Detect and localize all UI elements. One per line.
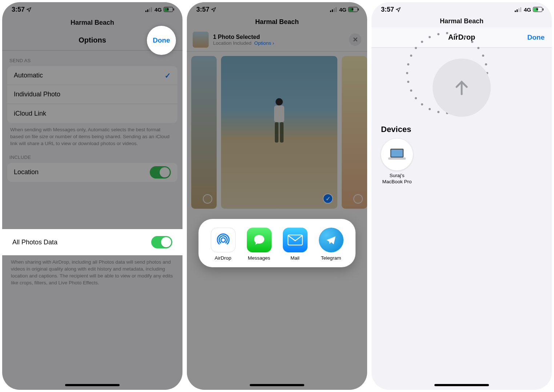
send-as-footer-note: When sending with Messages only, Automat… — [2, 123, 182, 147]
svg-point-18 — [221, 238, 225, 242]
mail-app[interactable]: Mail — [283, 228, 308, 261]
airdrop-title: AirDrop — [448, 33, 475, 41]
status-time: 3:57 — [381, 6, 394, 13]
location-arrow-icon — [211, 7, 216, 12]
photo-thumb[interactable] — [342, 56, 367, 209]
location-toggle[interactable] — [150, 166, 171, 179]
network-label: 4G — [524, 7, 531, 13]
sheet-title: Options — [79, 36, 106, 44]
svg-rect-35 — [515, 11, 516, 12]
close-icon: ✕ — [353, 36, 358, 44]
screenshot-2-share-sheet: 3:57 4G Harmal Beach 1 Photo Selected Lo… — [187, 2, 367, 390]
network-label: 4G — [154, 7, 162, 13]
airdrop-header: AirDrop Done — [372, 27, 552, 48]
status-time: 3:57 — [196, 6, 209, 13]
selected-thumbnail — [193, 32, 209, 48]
location-arrow-icon — [26, 7, 32, 12]
battery-icon — [164, 7, 174, 12]
arrow-up-icon — [450, 76, 473, 99]
airdrop-upload-circle — [433, 59, 491, 117]
macbook-icon — [388, 148, 406, 161]
svg-rect-15 — [274, 105, 284, 122]
selection-check-icon[interactable]: ✓ — [323, 193, 333, 204]
battery-icon — [533, 7, 544, 12]
album-title: Harmal Beach — [187, 17, 367, 28]
svg-rect-38 — [520, 7, 521, 12]
photo-thumb[interactable] — [191, 56, 217, 209]
airdrop-app[interactable]: AirDrop — [211, 228, 236, 261]
telegram-icon — [319, 228, 344, 252]
close-button[interactable]: ✕ — [349, 33, 361, 46]
network-label: 4G — [339, 7, 346, 13]
airdrop-icon — [211, 228, 236, 252]
svg-rect-37 — [518, 8, 519, 12]
device-name: Suraj's MacBook Pro — [382, 173, 412, 185]
messages-icon — [247, 228, 272, 252]
photo-thumb-selected[interactable]: ✓ — [221, 56, 337, 209]
photo-strip[interactable]: ✓ — [187, 52, 367, 213]
svg-rect-6 — [173, 8, 174, 11]
battery-icon — [348, 7, 359, 12]
include-list: Location — [7, 163, 177, 182]
svg-rect-2 — [149, 8, 150, 12]
screenshot-1-options-sheet: 3:57 4G Harmal Beach Options Done S — [2, 2, 182, 390]
all-photos-footer-note: When sharing with AirDrop, including all… — [2, 257, 182, 287]
signal-icon — [515, 7, 522, 12]
svg-rect-43 — [391, 149, 403, 157]
svg-rect-1 — [147, 9, 148, 12]
album-title: Harmal Beach — [372, 17, 552, 27]
include-group-label: INCLUDE — [2, 147, 182, 163]
send-as-individual[interactable]: Individual Photo — [7, 85, 177, 104]
share-header: 1 Photo Selected Location Included Optio… — [187, 28, 367, 52]
svg-rect-16 — [275, 122, 278, 143]
svg-rect-44 — [388, 157, 406, 160]
selection-circle-empty[interactable] — [203, 194, 212, 204]
status-bar: 3:57 4G — [187, 2, 367, 17]
selection-circle-empty[interactable] — [353, 194, 363, 204]
svg-rect-7 — [330, 11, 331, 12]
svg-rect-41 — [543, 8, 543, 11]
home-indicator[interactable] — [65, 384, 120, 386]
send-as-icloud-link[interactable]: iCloud Link — [7, 104, 177, 123]
done-button[interactable]: Done — [147, 26, 176, 55]
signal-icon — [145, 7, 153, 12]
home-indicator[interactable] — [250, 384, 304, 386]
home-indicator[interactable] — [434, 384, 489, 386]
done-button[interactable]: Done — [527, 33, 545, 41]
telegram-app[interactable]: Telegram — [319, 228, 344, 261]
all-photos-data-toggle[interactable] — [151, 236, 172, 248]
chevron-right-icon: › — [273, 40, 274, 46]
svg-rect-13 — [358, 8, 359, 11]
options-link[interactable]: Options › — [254, 40, 274, 46]
share-apps-row: AirDrop Messages Mail Telegram — [198, 219, 356, 267]
screenshot-3-airdrop-sheet: 3:57 4G Harmal Beach AirDrop Done — [372, 2, 552, 390]
svg-rect-17 — [280, 122, 284, 143]
device-avatar — [381, 139, 413, 171]
svg-rect-8 — [332, 9, 333, 12]
airdrop-device[interactable]: Suraj's MacBook Pro — [381, 139, 413, 185]
checkmark-icon: ✓ — [165, 71, 171, 80]
location-arrow-icon — [396, 7, 401, 12]
signal-icon — [330, 7, 337, 12]
airdrop-hero — [372, 48, 552, 123]
mail-icon — [283, 228, 308, 252]
status-bar: 3:57 4G — [372, 2, 552, 17]
include-location-row[interactable]: Location — [7, 163, 177, 182]
status-bar: 3:57 4G — [2, 2, 182, 17]
send-as-automatic[interactable]: Automatic ✓ — [7, 66, 177, 85]
status-time: 3:57 — [12, 6, 25, 13]
send-as-list: Automatic ✓ Individual Photo iCloud Link — [7, 66, 177, 123]
svg-rect-0 — [145, 11, 146, 12]
svg-point-14 — [276, 98, 283, 105]
svg-rect-3 — [151, 7, 152, 12]
selected-count: 1 Photo Selected — [213, 34, 274, 40]
person-silhouette — [268, 96, 290, 151]
all-photos-data-row[interactable]: All Photos Data — [2, 229, 182, 255]
svg-rect-10 — [336, 7, 337, 12]
messages-app[interactable]: Messages — [247, 228, 272, 261]
svg-rect-36 — [517, 9, 518, 12]
options-sheet: Options Done SEND AS Automatic ✓ Individ… — [2, 30, 182, 188]
devices-label: Devices — [372, 123, 552, 139]
svg-rect-9 — [334, 8, 335, 12]
